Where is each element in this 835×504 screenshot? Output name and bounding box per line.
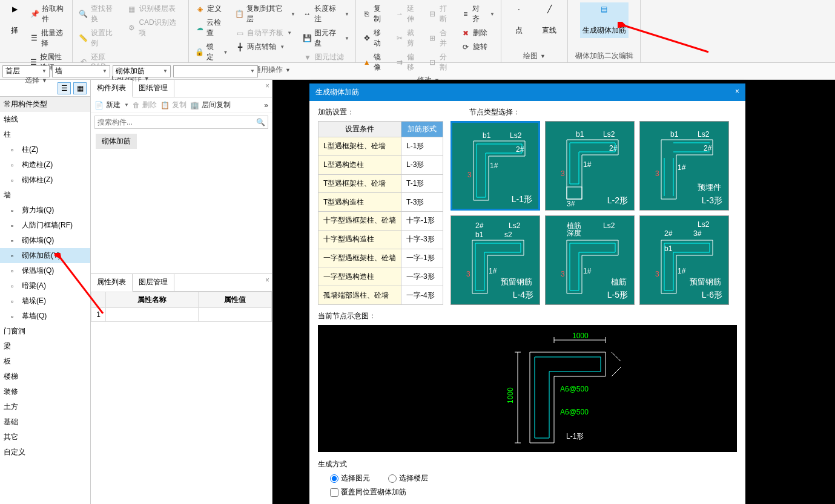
tree-item[interactable]: ▫墙垛(E) <box>0 293 90 309</box>
tree-item[interactable]: ▫保温墙(Q) <box>0 263 90 278</box>
cloud-check-button[interactable]: ☁云检查 <box>193 16 230 39</box>
component-combo[interactable]: 砌体加筋▼ <box>113 65 171 77</box>
node-card-L-5形[interactable]: 植筋Ls2深度1#3植筋L-5形 <box>545 215 635 305</box>
point-button[interactable]: · 点 <box>505 2 533 38</box>
align-button[interactable]: ≡对齐▼ <box>458 2 497 25</box>
tree-item[interactable]: ▫柱(Z) <box>0 142 90 157</box>
auto-level-button[interactable]: ▭自动平齐板▼ <box>233 27 298 39</box>
node-card-L-1形[interactable]: b1Ls22#1#3L-1形 <box>451 121 540 211</box>
tab-component-list[interactable]: 构件列表 <box>91 80 133 97</box>
settings-row[interactable]: 十字型遇构造柱十字-3形 <box>318 230 443 249</box>
settings-row[interactable]: 十字型遇框架柱、砼墙十字-1形 <box>318 212 443 231</box>
tree-group[interactable]: 基础 <box>0 414 90 430</box>
tree-item[interactable]: ▫砌体加筋(Y) <box>0 248 90 263</box>
svg-text:Ls2: Ls2 <box>510 131 522 140</box>
copy-to-floor-button[interactable]: 📋复制到其它层▼ <box>233 2 298 25</box>
tree-item[interactable]: ▫剪力墙(Q) <box>0 203 90 218</box>
tab-drawing-manage[interactable]: 图纸管理 <box>133 80 174 97</box>
svg-text:1#: 1# <box>489 267 497 275</box>
move-button[interactable]: ✥移动 <box>360 27 390 50</box>
extend-button[interactable]: →延伸 <box>392 2 423 25</box>
line-button[interactable]: ╱ 直线 <box>535 2 563 38</box>
dialog-header[interactable]: 生成砌体加筋 × <box>309 83 745 101</box>
tab-property-list[interactable]: 属性列表 <box>91 274 133 292</box>
split-button[interactable]: ⊡分割 <box>426 51 456 74</box>
svg-text:b1: b1 <box>664 244 673 253</box>
search-icon[interactable]: 🔍 <box>256 118 265 126</box>
search-input[interactable] <box>97 118 256 126</box>
find-replace-button[interactable]: 🔍查找替换 <box>76 2 122 25</box>
tree-item[interactable]: ▫砌体墙(Q) <box>0 233 90 248</box>
tree-group[interactable]: 柱 <box>0 127 90 142</box>
settings-row[interactable]: 一字型遇构造柱一字-3形 <box>318 267 443 286</box>
define-button[interactable]: ◈定义 <box>193 2 230 15</box>
tree-group[interactable]: 其它 <box>0 430 90 445</box>
settings-row[interactable]: T型遇框架柱、砼墙T-1形 <box>318 174 443 193</box>
node-card-L-6形[interactable]: Ls22#3#b11#3预留钢筋L-6形 <box>639 215 729 305</box>
element-filter-button[interactable]: ▼图元过滤 <box>300 51 352 64</box>
mid-delete-button[interactable]: 🗑删除 <box>133 100 157 110</box>
component-chip[interactable]: 砌体加筋 <box>96 134 137 149</box>
tree-item[interactable]: ▫人防门框墙(RF) <box>0 218 90 233</box>
mid-copy-button[interactable]: 📋复制 <box>160 100 186 110</box>
offset-button[interactable]: ⇉偏移 <box>392 51 423 74</box>
tree-item[interactable]: ▫构造柱(Z) <box>0 157 90 172</box>
select-big-button[interactable]: ▶ 择 <box>4 2 25 74</box>
list-view-button[interactable]: ☰ <box>58 82 71 94</box>
save-element-button[interactable]: 💾图元存盘▼ <box>300 27 352 50</box>
tree-group[interactable]: 板 <box>0 354 90 369</box>
search-box[interactable]: 🔍 <box>94 116 268 129</box>
tree-group[interactable]: 门窗洞 <box>0 324 90 339</box>
generate-masonry-button[interactable]: ▤ 生成砌体加筋 <box>580 2 629 38</box>
pick-component-button[interactable]: 📌拾取构件 <box>28 2 68 25</box>
new-button[interactable]: 📄新建▼ <box>94 100 129 110</box>
svg-text:3: 3 <box>561 169 565 178</box>
cad-options-button[interactable]: ⚙CAD识别选项 <box>125 16 185 39</box>
copy-button[interactable]: ⎘复制 <box>360 2 390 25</box>
instance-combo[interactable]: ▼ <box>173 65 258 77</box>
settings-row[interactable]: T型遇构造柱T-3形 <box>318 193 443 212</box>
tree-item[interactable]: ▫幕墙(Q) <box>0 309 90 324</box>
tree-group[interactable]: 墙 <box>0 188 90 203</box>
mirror-button[interactable]: ▲镜像 <box>360 51 390 74</box>
category-combo[interactable]: 墙▼ <box>52 65 110 77</box>
node-card-L-4形[interactable]: 2#Ls2b1s21#3预留钢筋L-4形 <box>451 215 540 305</box>
tab-layer-manage[interactable]: 图层管理 <box>133 274 174 291</box>
set-scale-button[interactable]: 📏设置比例 <box>76 27 122 50</box>
trim-button[interactable]: ✂裁剪 <box>392 27 423 50</box>
dialog-close-button[interactable]: × <box>735 87 739 97</box>
two-point-axis-button[interactable]: ╋两点辅轴▼ <box>233 41 298 53</box>
tree-item[interactable]: ▫砌体柱(Z) <box>0 172 90 188</box>
node-card-L-3形[interactable]: b1Ls22#1#3预埋件L-3形 <box>639 121 729 211</box>
grid-view-button[interactable]: ▦ <box>73 82 87 94</box>
floor-table-button[interactable]: ▦识别楼层表 <box>125 2 185 15</box>
tree-group[interactable]: 土方 <box>0 399 90 414</box>
batch-select-button[interactable]: ☰批量选择 <box>28 27 68 50</box>
prop-panel-close[interactable]: × <box>265 276 269 284</box>
settings-row[interactable]: L型遇构造柱L-3形 <box>318 155 443 174</box>
floor-combo[interactable]: 首层▼ <box>2 65 50 77</box>
tree-group[interactable]: 梁 <box>0 339 90 354</box>
tree-item[interactable]: ▫暗梁(A) <box>0 278 90 293</box>
floor-copy-button[interactable]: 🏢层间复制 <box>190 100 231 110</box>
settings-row[interactable]: L型遇框架柱、砼墙L-1形 <box>318 137 443 156</box>
rotate-button[interactable]: ⟳旋转 <box>458 41 497 53</box>
tree-group[interactable]: 装修 <box>0 384 90 399</box>
length-dim-button[interactable]: ↔长度标注▼ <box>300 2 352 25</box>
more-button[interactable]: » <box>264 101 268 110</box>
svg-text:3: 3 <box>467 171 472 179</box>
break-button[interactable]: ⊟打断 <box>426 2 456 25</box>
checkbox-overwrite[interactable]: 覆盖同位置砌体加筋 <box>330 487 737 497</box>
panel-close-button[interactable]: × <box>265 82 269 90</box>
merge-button[interactable]: ⊞合并 <box>426 27 456 50</box>
tree-group[interactable]: 轴线 <box>0 112 90 127</box>
tree-group[interactable]: 楼梯 <box>0 369 90 384</box>
tree-group[interactable]: 自定义 <box>0 445 90 460</box>
radio-select-element[interactable]: 选择图元 <box>330 473 370 483</box>
settings-row[interactable]: 孤墙端部遇柱、砼墙一字-4形 <box>318 286 443 305</box>
settings-row[interactable]: 一字型遇框架柱、砼墙一字-1形 <box>318 249 443 267</box>
node-card-L-2形[interactable]: b1Ls22#1#33#L-2形 <box>545 121 635 211</box>
lock-button[interactable]: 🔒锁定▼ <box>193 41 230 64</box>
radio-select-floor[interactable]: 选择楼层 <box>388 473 428 483</box>
delete-button[interactable]: ✖删除 <box>458 27 497 39</box>
